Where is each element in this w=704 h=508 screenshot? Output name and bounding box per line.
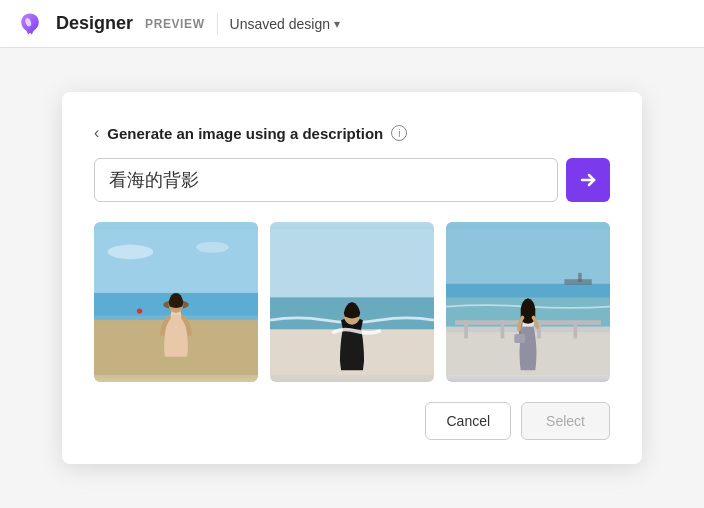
image-result-2[interactable] <box>270 222 434 382</box>
select-button[interactable]: Select <box>521 402 610 440</box>
svg-rect-26 <box>578 273 582 282</box>
designer-logo <box>16 10 44 38</box>
dialog-actions: Cancel Select <box>94 402 610 440</box>
svg-rect-25 <box>564 279 591 284</box>
image-result-3[interactable] <box>446 222 610 382</box>
svg-point-7 <box>196 242 229 253</box>
arrow-right-icon <box>578 170 598 190</box>
nav-divider <box>217 14 218 34</box>
cancel-button[interactable]: Cancel <box>425 402 511 440</box>
search-input[interactable] <box>94 158 558 202</box>
image-results-grid <box>94 222 610 382</box>
unsaved-design-menu[interactable]: Unsaved design ▾ <box>230 16 340 32</box>
main-content: ‹ Generate an image using a description … <box>0 48 704 508</box>
svg-point-10 <box>137 308 142 313</box>
svg-rect-27 <box>514 334 525 343</box>
app-title: Designer <box>56 13 133 34</box>
search-row <box>94 158 610 202</box>
search-button[interactable] <box>566 158 610 202</box>
chevron-down-icon: ▾ <box>334 17 340 31</box>
svg-point-6 <box>108 245 154 260</box>
preview-label: PREVIEW <box>145 17 205 31</box>
unsaved-label: Unsaved design <box>230 16 330 32</box>
image-result-1[interactable] <box>94 222 258 382</box>
dialog-header: ‹ Generate an image using a description … <box>94 124 610 142</box>
info-icon[interactable]: i <box>391 125 407 141</box>
generate-image-dialog: ‹ Generate an image using a description … <box>62 92 642 464</box>
svg-rect-2 <box>94 229 258 293</box>
dialog-title: Generate an image using a description <box>107 125 383 142</box>
navbar: Designer PREVIEW Unsaved design ▾ <box>0 0 704 48</box>
svg-rect-11 <box>270 229 434 297</box>
back-arrow-icon[interactable]: ‹ <box>94 124 99 142</box>
